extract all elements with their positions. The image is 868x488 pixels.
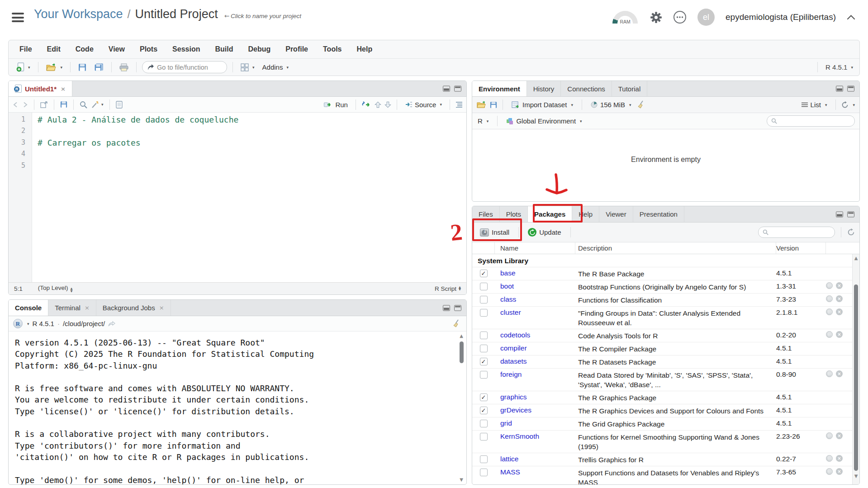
tab-background-jobs[interactable]: Background Jobs× <box>96 300 171 316</box>
package-loaded-checkbox[interactable] <box>480 433 488 441</box>
save-workspace-icon[interactable] <box>490 101 497 109</box>
import-dataset-button[interactable]: Import Dataset ▾ <box>508 99 576 110</box>
menu-item[interactable]: Debug <box>248 45 270 53</box>
r-version-selector[interactable]: R 4.5.1 ▾ <box>817 62 853 72</box>
package-loaded-checkbox[interactable] <box>480 283 488 290</box>
scrollbar-thumb[interactable] <box>460 341 464 363</box>
menu-item[interactable]: Code <box>76 45 94 53</box>
package-loaded-checkbox[interactable] <box>480 296 488 303</box>
goto-directory-icon[interactable] <box>108 321 115 327</box>
avatar[interactable]: el <box>697 9 715 26</box>
package-name-link[interactable]: foreign <box>500 370 522 378</box>
print-button[interactable] <box>117 62 131 72</box>
package-loaded-checkbox[interactable] <box>480 371 488 379</box>
menu-item[interactable]: Plots <box>140 45 157 53</box>
document-outline-icon[interactable] <box>455 101 463 108</box>
tab-console[interactable]: Console <box>9 300 48 316</box>
tab-tutorial[interactable]: Tutorial <box>612 81 647 96</box>
remove-package-icon[interactable]: × <box>836 370 843 377</box>
refresh-environment-button[interactable]: ▾ <box>841 101 855 109</box>
minimize-pane-icon[interactable] <box>836 86 843 92</box>
language-selector[interactable]: R ▾ <box>477 116 492 126</box>
package-name-link[interactable]: base <box>500 269 516 277</box>
column-header-description[interactable]: Description <box>575 242 776 254</box>
scroll-down-icon[interactable]: ▼ <box>854 474 858 479</box>
rerun-previous-icon[interactable] <box>361 101 371 108</box>
package-website-icon[interactable] <box>826 331 833 338</box>
tab-viewer[interactable]: Viewer <box>599 206 633 222</box>
menu-item[interactable]: Session <box>172 45 200 53</box>
go-to-previous-chunk-icon[interactable] <box>375 101 381 108</box>
menu-item[interactable]: Edit <box>47 45 61 53</box>
maximize-pane-icon[interactable] <box>847 86 854 92</box>
file-type-selector[interactable]: R Script▲▼ <box>435 285 461 292</box>
package-loaded-checkbox[interactable] <box>480 420 488 427</box>
more-options-ellipsis-icon[interactable] <box>673 10 687 24</box>
scope-selector[interactable]: (Top Level)▲▼ <box>38 284 73 293</box>
package-name-link[interactable]: MASS <box>500 468 520 476</box>
remove-package-icon[interactable]: × <box>836 432 843 439</box>
package-name-link[interactable]: grid <box>500 419 512 427</box>
package-loaded-checkbox[interactable]: ✓ <box>480 358 488 365</box>
packages-scrollbar[interactable]: ▲ ▼ <box>852 254 859 485</box>
save-icon[interactable] <box>60 101 67 108</box>
workspace-link[interactable]: Your Workspace <box>34 7 123 21</box>
package-loaded-checkbox[interactable] <box>480 469 488 476</box>
package-loaded-checkbox[interactable] <box>480 332 488 339</box>
clear-console-broom-icon[interactable] <box>453 319 461 328</box>
compile-report-icon[interactable] <box>116 101 123 109</box>
package-website-icon[interactable] <box>826 308 833 315</box>
minimize-pane-icon[interactable] <box>443 305 450 311</box>
memory-usage-button[interactable]: 156 MiB ▾ <box>588 99 635 110</box>
find-replace-icon[interactable] <box>80 101 87 109</box>
popout-window-icon[interactable] <box>40 101 48 108</box>
package-loaded-checkbox[interactable]: ✓ <box>480 393 488 401</box>
source-button[interactable]: Source ▾ <box>403 100 444 109</box>
package-name-link[interactable]: class <box>500 295 516 303</box>
refresh-packages-icon[interactable] <box>847 228 855 236</box>
tab-connections[interactable]: Connections <box>561 81 612 96</box>
package-loaded-checkbox[interactable]: ✓ <box>480 407 488 414</box>
package-website-icon[interactable] <box>826 455 833 462</box>
tab-packages[interactable]: Packages <box>528 206 572 222</box>
package-name-link[interactable]: lattice <box>500 455 519 463</box>
hamburger-menu-icon[interactable] <box>12 13 24 22</box>
package-name-link[interactable]: boot <box>500 282 514 290</box>
project-title[interactable]: Untitled Project <box>135 7 218 21</box>
code-editor[interactable]: # Aula 2 - Análise de dados de coqueluch… <box>32 113 466 283</box>
package-name-link[interactable]: datasets <box>500 357 527 365</box>
pane-layout-button[interactable]: ▾ <box>238 62 257 72</box>
remove-package-icon[interactable]: × <box>836 331 843 338</box>
package-website-icon[interactable] <box>826 432 833 439</box>
column-header-name[interactable]: Name <box>495 242 575 254</box>
open-file-button[interactable]: ▾ <box>44 62 65 72</box>
minimize-pane-icon[interactable] <box>836 211 843 217</box>
maximize-pane-icon[interactable] <box>847 211 854 217</box>
close-tab-icon[interactable]: × <box>85 304 90 311</box>
package-loaded-checkbox[interactable] <box>480 309 488 317</box>
menu-item[interactable]: Help <box>357 45 373 53</box>
menu-item[interactable]: View <box>109 45 125 53</box>
package-website-icon[interactable] <box>826 295 833 302</box>
clear-environment-broom-icon[interactable] <box>637 100 645 109</box>
load-workspace-icon[interactable] <box>477 101 487 109</box>
maximize-pane-icon[interactable] <box>454 86 461 92</box>
package-name-link[interactable]: KernSmooth <box>500 432 539 440</box>
go-to-next-chunk-icon[interactable] <box>384 101 391 108</box>
tab-presentation[interactable]: Presentation <box>633 206 684 222</box>
scroll-up-icon[interactable]: ▲ <box>460 333 463 339</box>
forward-icon[interactable] <box>22 102 28 108</box>
save-all-button[interactable] <box>92 62 106 72</box>
tab-history[interactable]: History <box>527 81 561 96</box>
packages-search[interactable] <box>758 227 835 238</box>
tab-environment[interactable]: Environment <box>472 81 527 96</box>
r-logo-icon[interactable]: R <box>13 319 23 328</box>
maximize-pane-icon[interactable] <box>454 305 461 311</box>
install-packages-button[interactable]: Install <box>477 227 512 238</box>
update-packages-button[interactable]: Update <box>525 227 564 238</box>
code-tools-wand-button[interactable]: ▾ <box>91 101 104 109</box>
package-loaded-checkbox[interactable] <box>480 345 488 352</box>
new-file-button[interactable]: ▾ <box>14 62 33 73</box>
menu-item[interactable]: Profile <box>285 45 308 53</box>
close-tab-icon[interactable]: × <box>159 304 164 311</box>
